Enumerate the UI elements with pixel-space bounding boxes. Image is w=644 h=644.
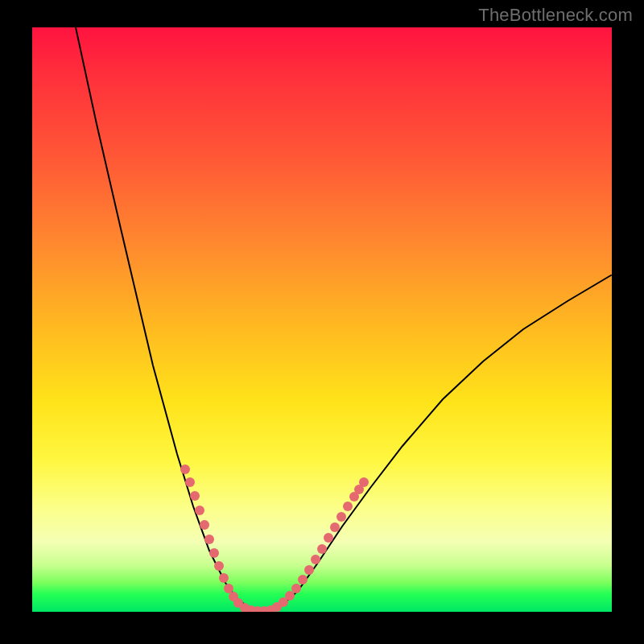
dot	[343, 502, 353, 511]
dot	[359, 477, 369, 487]
dot	[180, 464, 190, 474]
chart-stage: TheBottleneck.com	[0, 0, 644, 644]
dot	[200, 520, 209, 530]
dots-overlay	[180, 464, 369, 612]
dot	[330, 522, 340, 532]
dot	[311, 555, 320, 564]
dot	[224, 584, 233, 593]
dot	[204, 535, 214, 544]
dot	[209, 548, 219, 558]
dot	[190, 491, 200, 501]
dot	[214, 561, 224, 571]
plot-svg	[32, 27, 612, 612]
bottleneck-curve	[76, 27, 611, 610]
dot	[317, 544, 327, 554]
dot	[195, 506, 204, 515]
dot	[185, 477, 195, 487]
watermark-text: TheBottleneck.com	[478, 5, 633, 26]
plot-area	[32, 27, 612, 612]
dot	[304, 565, 314, 575]
dot	[298, 575, 308, 584]
dot	[336, 512, 346, 522]
dot	[285, 591, 295, 601]
dot	[291, 584, 301, 593]
dot	[219, 573, 229, 583]
dot	[324, 533, 333, 543]
